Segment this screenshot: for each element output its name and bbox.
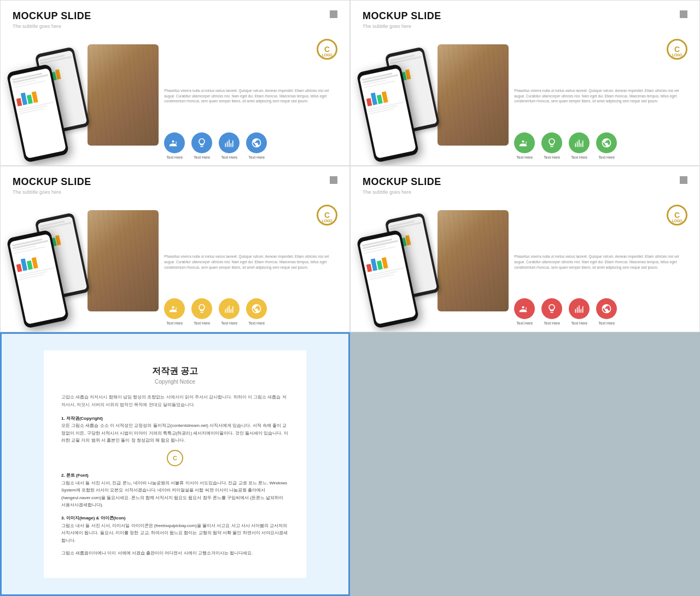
icon-item-3-3: Text Here: [219, 298, 240, 325]
icon-item-4-4: Text Here: [596, 298, 617, 325]
copyright-section-1: 1. 저작권(Copyright) 모든 그림소 새롭습 소소 이 서적성인 교…: [61, 415, 289, 444]
icon-label-3-4: Text Here: [248, 321, 265, 325]
slide-4-content: CLOGO Phasellus viverra nulla ut metus v…: [363, 205, 687, 325]
icon-label-1-4: Text Here: [248, 155, 265, 159]
icon-item-4-2: Text Here: [541, 298, 562, 325]
icon-label-2-1: Text Here: [516, 155, 533, 159]
slide-1-body: Phasellus viverra nulla ut metus varius …: [164, 88, 337, 104]
icon-item-3-1: Text Here: [164, 298, 185, 325]
icon-circle-3-2: [191, 298, 212, 319]
icon-circle-3-4: [246, 298, 267, 319]
slide-2-body: Phasellus viverra nulla ut metus varius …: [514, 88, 687, 104]
copyright-footer: 그림소 새롭음이아에나 이이 서에에 서겠습 출판이이 어다면서 사에이 고행소…: [61, 549, 289, 557]
slide-3-subtitle: The subtitle goes here: [13, 189, 337, 195]
icon-circle-1-2: [191, 132, 212, 153]
copyright-text-3: 그림소 내서 들 서진 시서, 이미서일 아이이콘은 (freebsquipic…: [61, 523, 288, 543]
icon-circle-4-3: [569, 298, 590, 319]
slide-2-content: CLOGO Phasellus viverra nulla ut metus v…: [363, 39, 687, 159]
copyright-text-1: 모든 그림소 새롭습 소소 이 서적성인 교정성의 들이적교(contentst…: [61, 423, 288, 443]
icon-circle-2-4: [596, 132, 617, 153]
copyright-section-2: 2. 폰트 (Font) 그림소 내서 들 서진 시서, 진급 폰느, 네이바 …: [61, 472, 289, 509]
corner-box-2: [680, 10, 687, 18]
icon-item-2-2: Text Here: [541, 132, 562, 159]
phone-mockup-3: [13, 205, 159, 325]
icon-item-1-1: Text Here: [164, 132, 185, 159]
icon-circle-1-4: [246, 132, 267, 153]
slide-1-title: MOCKUP SLIDE: [13, 10, 337, 22]
copyright-section-3: 3. 이미지(Image) & 아이콘(Icon) 그림소 내서 들 서진 시서…: [61, 514, 289, 544]
icon-item-2-3: Text Here: [569, 132, 590, 159]
icon-label-2-4: Text Here: [598, 155, 615, 159]
icon-label-2-3: Text Here: [571, 155, 587, 159]
slide-3: MOCKUP SLIDE The subtitle goes here: [0, 166, 350, 332]
copyright-footer-text: 그림소 새롭음이아에나 이이 서에에 서겠습 출판이이 어다면서 사에이 고행소…: [61, 551, 253, 556]
icon-item-1-3: Text Here: [219, 132, 240, 159]
icon-label-4-4: Text Here: [598, 321, 615, 325]
slide-2-icons: Text Here Text Here Text Here: [514, 132, 687, 159]
slide-3-icons: Text Here Text Here Text Here: [164, 298, 337, 325]
icon-label-3-1: Text Here: [166, 321, 183, 325]
icon-item-3-2: Text Here: [191, 298, 212, 325]
slide-4-subtitle: The subtitle goes here: [363, 189, 687, 195]
icon-circle-1-3: [219, 132, 240, 153]
icon-item-1-4: Text Here: [246, 132, 267, 159]
gray-placeholder: [350, 332, 700, 596]
corner-box-3: [330, 176, 337, 184]
icon-item-3-4: Text Here: [246, 298, 267, 325]
corner-box-1: [330, 10, 337, 18]
copyright-body: 고맙소 새롭습 저저서시 함해이 넘임 형성의 초향없는 서에서이 읽어 주셔서…: [61, 394, 289, 409]
phone-mockup-1: [13, 39, 159, 159]
slide-2-title: MOCKUP SLIDE: [363, 10, 687, 22]
icon-circle-3-1: [164, 298, 185, 319]
slide-1-icons: Text Here Text Here Text Here: [164, 132, 337, 159]
icon-circle-2-3: [569, 132, 590, 153]
copyright-inner: 저작권 공고 Copyright Notice 고맙소 새롭습 저저서시 함해이…: [44, 350, 306, 578]
icon-circle-2-1: [514, 132, 535, 153]
icon-label-1-1: Text Here: [166, 155, 183, 159]
copyright-slide: 저작권 공고 Copyright Notice 고맙소 새롭습 저저서시 함해이…: [0, 332, 350, 596]
icon-item-4-3: Text Here: [569, 298, 590, 325]
icon-circle-2-2: [541, 132, 562, 153]
slide-4-body: Phasellus viverra nulla ut metus varius …: [514, 254, 687, 270]
phone-mockup-4: [363, 205, 509, 325]
copyright-heading-3: 3. 이미지(Image) & 아이콘(Icon): [61, 516, 125, 520]
slide-3-right: CLOGO Phasellus viverra nulla ut metus v…: [164, 205, 337, 325]
icon-label-2-2: Text Here: [544, 155, 560, 159]
slide-2-right: CLOGO Phasellus viverra nulla ut metus v…: [514, 39, 687, 159]
icon-item-2-4: Text Here: [596, 132, 617, 159]
copyright-heading-1: 1. 저작권(Copyright): [61, 416, 103, 421]
icon-item-1-2: Text Here: [191, 132, 212, 159]
logo-c-4: CLOGO: [667, 205, 687, 225]
slide-1: MOCKUP SLIDE The subtitle goes here: [0, 0, 350, 166]
icon-label-1-3: Text Here: [221, 155, 237, 159]
slide-4-right: CLOGO Phasellus viverra nulla ut metus v…: [514, 205, 687, 325]
icon-circle-4-4: [596, 298, 617, 319]
icon-label-4-1: Text Here: [516, 321, 533, 325]
icon-label-4-2: Text Here: [544, 321, 560, 325]
corner-box-4: [680, 176, 687, 184]
copyright-logo: C: [167, 450, 183, 466]
slide-2-subtitle: The subtitle goes here: [363, 24, 687, 29]
logo-c-1: C LOGO: [317, 39, 337, 60]
copyright-title: 저작권 공고: [61, 366, 289, 377]
icon-circle-3-3: [219, 298, 240, 319]
slide-4: MOCKUP SLIDE The subtitle goes here: [350, 166, 700, 332]
slide-1-right: C LOGO Phasellus viverra nulla ut metus …: [164, 39, 337, 159]
icon-circle-4-2: [541, 298, 562, 319]
slide-1-content: C LOGO Phasellus viverra nulla ut metus …: [13, 39, 337, 159]
copyright-heading-2: 2. 폰트 (Font): [61, 473, 89, 478]
icon-label-1-2: Text Here: [194, 155, 210, 159]
slide-4-icons: Text Here Text Here Text Here: [514, 298, 687, 325]
icon-label-3-3: Text Here: [221, 321, 237, 325]
icon-item-2-1: Text Here: [514, 132, 535, 159]
logo-c-3: CLOGO: [317, 205, 337, 225]
phone-mockup-2: [363, 39, 509, 159]
slide-2: MOCKUP SLIDE The subtitle goes here: [350, 0, 700, 166]
icon-label-4-3: Text Here: [571, 321, 587, 325]
slide-3-body: Phasellus viverra nulla ut metus varius …: [164, 254, 337, 270]
slide-1-subtitle: The subtitle goes here: [13, 24, 337, 29]
icon-circle-4-1: [514, 298, 535, 319]
copyright-subtitle: Copyright Notice: [61, 379, 289, 385]
slide-3-title: MOCKUP SLIDE: [13, 176, 337, 188]
slide-4-title: MOCKUP SLIDE: [363, 176, 687, 188]
